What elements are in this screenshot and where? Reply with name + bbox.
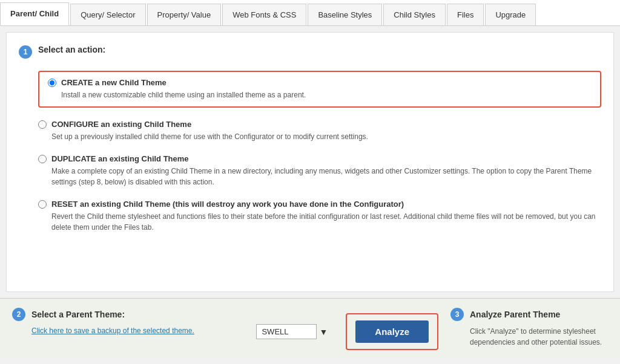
radio-reset[interactable] [38,200,47,209]
section3-header: 3 Analyze Parent Theme [450,307,608,321]
tab-files[interactable]: Files [447,4,484,25]
option-reset: RESET an existing Child Theme (this will… [38,200,601,233]
section3-desc: Click "Analyze" to determine stylesheet … [470,326,608,348]
analyze-button-wrapper: Analyze [346,313,438,350]
analyze-button[interactable]: Analyze [355,320,429,343]
main-content: 1 Select an action: CREATE a new Child T… [6,32,614,292]
section3-number: 3 [450,308,464,321]
option-create-label: CREATE a new Child Theme [61,78,167,87]
option-duplicate-label: DUPLICATE an existing Child Theme [51,154,189,163]
tab-property-value[interactable]: Property/ Value [147,4,222,25]
tab-bar: Parent/ Child Query/ Selector Property/ … [0,0,620,26]
tab-web-fonts-css[interactable]: Web Fonts & CSS [222,4,306,25]
dropdown-analyze-area: SWELL ▼ Analyze [256,313,438,350]
section3-label: Analyze Parent Theme [470,310,560,319]
section1-header: 1 Select an action: [19,45,601,59]
radio-configure[interactable] [38,120,47,129]
tab-child-styles[interactable]: Child Styles [383,4,446,25]
section1-number: 1 [19,45,32,59]
dropdown-arrow-icon[interactable]: ▼ [319,327,328,337]
radio-create[interactable] [48,79,56,87]
options-area: CREATE a new Child Theme Install a new c… [38,71,601,233]
option-configure: CONFIGURE an existing Child Theme Set up… [38,120,601,142]
option-reset-row[interactable]: RESET an existing Child Theme (this will… [38,200,601,209]
option-configure-label: CONFIGURE an existing Child Theme [51,120,191,129]
option-duplicate-desc: Make a complete copy of an existing Chil… [51,166,601,187]
option-create-row[interactable]: CREATE a new Child Theme [48,78,592,87]
section3-block: 3 Analyze Parent Theme Click "Analyze" t… [450,307,608,350]
option-create: CREATE a new Child Theme Install a new c… [38,71,601,108]
backup-link[interactable]: Click here to save a backup of the selec… [31,327,194,335]
option-reset-label: RESET an existing Child Theme (this will… [51,200,404,209]
option-configure-desc: Set up a previously installed child them… [51,131,601,142]
dropdown-row: SWELL ▼ [256,324,328,339]
option-configure-row[interactable]: CONFIGURE an existing Child Theme [38,120,601,129]
option-reset-desc: Revert the Child theme stylesheet and fu… [51,211,601,233]
section2-block: 2 Select a Parent Theme: Click here to s… [12,307,244,350]
tab-parent-child[interactable]: Parent/ Child [0,2,69,25]
section1-label: Select an action: [38,45,105,54]
section2-number: 2 [12,308,25,321]
section2-header: 2 Select a Parent Theme: [12,307,244,321]
tab-upgrade[interactable]: Upgrade [485,4,536,25]
tab-baseline-styles[interactable]: Baseline Styles [308,4,382,25]
option-duplicate-row[interactable]: DUPLICATE an existing Child Theme [38,154,601,163]
tab-query-selector[interactable]: Query/ Selector [70,4,145,25]
bottom-bar: 2 Select a Parent Theme: Click here to s… [0,298,620,359]
option-create-desc: Install a new customizable child theme u… [61,89,592,100]
section2-label: Select a Parent Theme: [31,310,125,319]
parent-theme-dropdown[interactable]: SWELL [256,324,317,339]
option-duplicate: DUPLICATE an existing Child Theme Make a… [38,154,601,187]
radio-duplicate[interactable] [38,155,47,163]
